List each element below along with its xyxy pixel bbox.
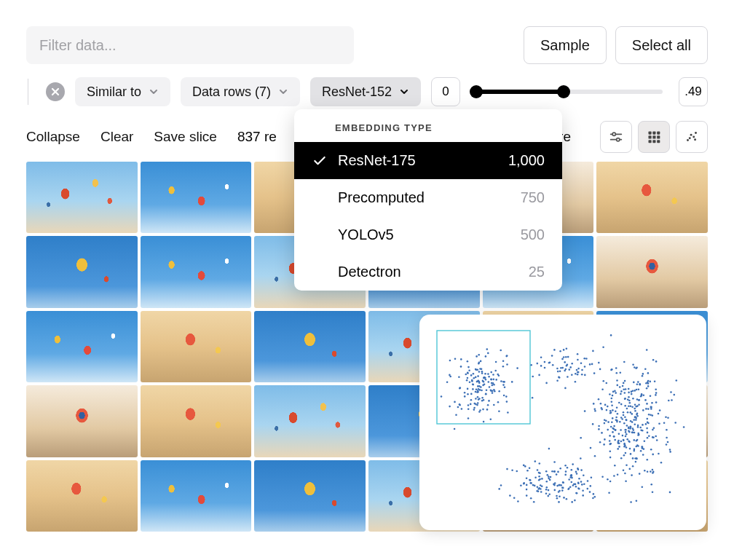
svg-point-570 bbox=[583, 474, 585, 476]
thumbnail[interactable] bbox=[254, 311, 366, 382]
range-max-box[interactable]: .49 bbox=[679, 77, 708, 106]
dropdown-item[interactable]: YOLOv5 500 bbox=[294, 216, 562, 253]
svg-point-571 bbox=[591, 477, 593, 479]
svg-rect-8 bbox=[652, 135, 655, 138]
svg-point-616 bbox=[587, 480, 589, 482]
thumbnail[interactable] bbox=[141, 460, 252, 532]
svg-point-662 bbox=[569, 366, 572, 368]
svg-point-102 bbox=[459, 387, 462, 389]
svg-point-659 bbox=[560, 367, 562, 369]
thumbnail[interactable] bbox=[26, 460, 138, 532]
save-slice-button[interactable]: Save slice bbox=[154, 129, 217, 145]
range-slider-handle-min[interactable] bbox=[470, 85, 483, 98]
svg-point-682 bbox=[577, 368, 580, 370]
thumbnail[interactable] bbox=[26, 385, 138, 457]
svg-point-391 bbox=[645, 408, 647, 410]
thumbnail[interactable] bbox=[141, 236, 252, 307]
filter-input[interactable] bbox=[26, 26, 354, 64]
svg-point-286 bbox=[620, 429, 622, 431]
svg-point-631 bbox=[562, 487, 564, 489]
clear-button[interactable]: Clear bbox=[100, 129, 133, 145]
thumbnail[interactable] bbox=[26, 311, 138, 382]
svg-point-679 bbox=[584, 374, 586, 376]
svg-point-37 bbox=[467, 409, 470, 411]
scatter-view-button[interactable] bbox=[676, 121, 708, 153]
thumbnail[interactable] bbox=[26, 236, 138, 307]
embedding-type-dropdown: EMBEDDING TYPE ResNet-175 1,000 Precompu… bbox=[294, 109, 562, 291]
data-rows-pill[interactable]: Data rows (7) bbox=[181, 77, 300, 106]
select-all-button[interactable]: Select all bbox=[615, 26, 708, 64]
svg-point-303 bbox=[607, 406, 609, 408]
svg-point-577 bbox=[570, 474, 572, 476]
svg-point-38 bbox=[467, 360, 469, 363]
sample-button[interactable]: Sample bbox=[524, 26, 607, 64]
svg-point-314 bbox=[639, 473, 641, 475]
svg-point-497 bbox=[655, 435, 657, 438]
svg-point-696 bbox=[569, 368, 571, 371]
scatter-plot[interactable] bbox=[419, 315, 706, 530]
svg-point-278 bbox=[634, 390, 636, 392]
svg-point-489 bbox=[666, 443, 668, 446]
svg-point-372 bbox=[633, 419, 635, 421]
svg-point-279 bbox=[652, 436, 654, 438]
range-min-box[interactable]: 0 bbox=[431, 77, 460, 106]
svg-point-584 bbox=[594, 496, 596, 498]
range-slider-handle-max[interactable] bbox=[557, 85, 570, 98]
dropdown-item[interactable]: ResNet-175 1,000 bbox=[294, 142, 562, 179]
chevron-down-icon bbox=[149, 87, 159, 97]
svg-point-130 bbox=[488, 376, 490, 378]
thumbnail[interactable] bbox=[596, 236, 708, 307]
svg-point-210 bbox=[652, 454, 654, 456]
svg-point-544 bbox=[517, 500, 519, 502]
svg-point-18 bbox=[694, 138, 696, 141]
svg-point-120 bbox=[532, 397, 534, 399]
svg-point-213 bbox=[612, 417, 614, 419]
svg-point-224 bbox=[619, 386, 621, 388]
svg-point-596 bbox=[526, 489, 528, 491]
svg-point-13 bbox=[687, 139, 689, 141]
svg-point-575 bbox=[571, 469, 573, 471]
svg-point-425 bbox=[609, 443, 612, 446]
svg-point-53 bbox=[441, 395, 443, 398]
svg-point-336 bbox=[650, 484, 652, 486]
svg-point-607 bbox=[575, 486, 577, 488]
svg-point-638 bbox=[526, 494, 528, 497]
thumbnail[interactable] bbox=[141, 385, 252, 457]
thumbnail[interactable] bbox=[596, 162, 708, 233]
svg-point-623 bbox=[567, 467, 569, 469]
svg-point-523 bbox=[498, 488, 500, 490]
svg-point-214 bbox=[632, 398, 634, 400]
svg-point-332 bbox=[620, 393, 622, 395]
svg-point-293 bbox=[626, 433, 628, 435]
embedding-type-pill[interactable]: ResNet-152 bbox=[310, 77, 421, 106]
svg-point-355 bbox=[635, 419, 637, 421]
svg-point-677 bbox=[532, 376, 534, 378]
svg-point-84 bbox=[485, 355, 487, 358]
dropdown-item-count: 1,000 bbox=[508, 152, 545, 169]
thumbnail[interactable] bbox=[26, 162, 138, 233]
thumbnail[interactable] bbox=[254, 460, 366, 532]
range-slider[interactable] bbox=[476, 90, 663, 94]
thumbnail[interactable] bbox=[141, 311, 252, 382]
svg-point-516 bbox=[554, 489, 556, 492]
svg-point-459 bbox=[623, 439, 625, 441]
svg-point-126 bbox=[480, 386, 482, 388]
svg-point-611 bbox=[560, 484, 562, 486]
svg-point-106 bbox=[470, 399, 473, 401]
clear-filters-icon[interactable] bbox=[46, 82, 65, 101]
similar-to-pill[interactable]: Similar to bbox=[75, 77, 170, 106]
thumbnail[interactable] bbox=[141, 162, 252, 233]
svg-point-432 bbox=[616, 372, 618, 374]
thumbnail[interactable] bbox=[254, 385, 366, 457]
svg-point-320 bbox=[635, 368, 637, 370]
svg-point-663 bbox=[567, 364, 569, 366]
svg-point-163 bbox=[507, 411, 509, 414]
svg-point-17 bbox=[695, 132, 697, 134]
collapse-button[interactable]: Collapse bbox=[26, 129, 80, 145]
grid-view-button[interactable] bbox=[638, 121, 670, 153]
dropdown-item[interactable]: Detectron 25 bbox=[294, 253, 562, 291]
dropdown-item[interactable]: Precomputed 750 bbox=[294, 179, 562, 216]
filters-icon-button[interactable] bbox=[600, 121, 632, 153]
scatter-panel[interactable] bbox=[419, 315, 706, 530]
svg-point-580 bbox=[539, 462, 541, 465]
